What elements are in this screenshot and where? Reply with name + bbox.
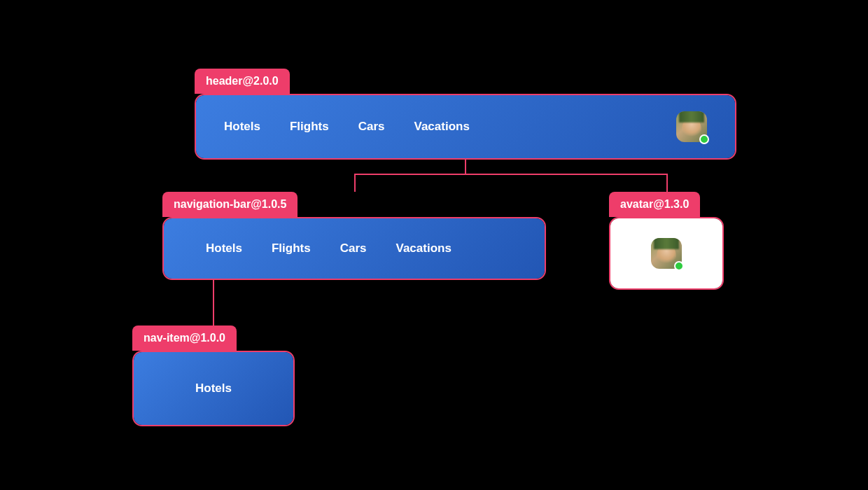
status-online-icon: [674, 261, 684, 271]
nav-item-panel: Hotels: [134, 352, 293, 425]
nav-item-hotels[interactable]: Hotels: [206, 241, 242, 255]
connector-line: [354, 174, 356, 192]
nav-item-vacations[interactable]: Vacations: [396, 241, 451, 255]
component-navigation-bar: navigation-bar@1.0.5 Hotels Flights Cars…: [162, 217, 546, 280]
connector-line: [354, 174, 668, 175]
navigation-bar-nav: Hotels Flights Cars Vacations: [206, 241, 451, 255]
avatar-wrap: [651, 238, 682, 269]
component-nav-item-label: nav-item@1.0.0: [132, 326, 237, 351]
nav-item-text[interactable]: Hotels: [195, 382, 232, 396]
connector-line: [465, 160, 466, 174]
nav-item-flights[interactable]: Flights: [290, 120, 329, 134]
connector-line: [213, 280, 214, 326]
component-avatar: avatar@1.3.0: [609, 217, 724, 290]
component-header: header@2.0.0 Hotels Flights Cars Vacatio…: [195, 94, 736, 160]
component-avatar-label: avatar@1.3.0: [609, 192, 700, 217]
nav-item-cars[interactable]: Cars: [340, 241, 367, 255]
component-nav-item: nav-item@1.0.0 Hotels: [132, 351, 295, 426]
component-navigation-bar-label: navigation-bar@1.0.5: [162, 192, 298, 217]
header-panel: Hotels Flights Cars Vacations: [196, 95, 735, 158]
component-header-label: header@2.0.0: [195, 69, 290, 94]
status-online-icon: [699, 134, 709, 144]
nav-item-vacations[interactable]: Vacations: [414, 120, 470, 134]
nav-item-cars[interactable]: Cars: [358, 120, 385, 134]
header-avatar-wrap: [676, 111, 707, 142]
nav-item-flights[interactable]: Flights: [272, 241, 311, 255]
nav-item-hotels[interactable]: Hotels: [224, 120, 260, 134]
connector-line: [666, 174, 668, 192]
header-nav: Hotels Flights Cars Vacations: [224, 120, 470, 134]
avatar-panel: [610, 218, 722, 288]
navigation-bar-panel: Hotels Flights Cars Vacations: [164, 218, 545, 279]
